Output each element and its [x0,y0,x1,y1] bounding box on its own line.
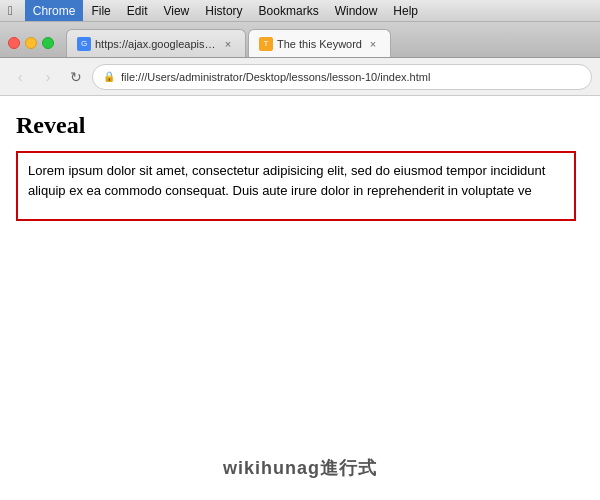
watermark: wikihunag進行式 [0,456,600,480]
menu-bar:  Chrome File Edit View History Bookmark… [0,0,600,22]
tab-2-title: The this Keyword [277,38,362,50]
menu-item-file[interactable]: File [83,0,118,21]
tab-1-close-button[interactable]: × [221,37,235,51]
menu-item-view[interactable]: View [155,0,197,21]
page-content: Reveal Lorem ipsum dolor sit amet, conse… [0,96,600,500]
address-bar[interactable]: 🔒 file:///Users/administrator/Desktop/le… [92,64,592,90]
refresh-icon: ↻ [70,69,82,85]
menu-item-help[interactable]: Help [385,0,426,21]
navigation-bar: ‹ › ↻ 🔒 file:///Users/administrator/Desk… [0,58,600,96]
tab-1-favicon: G [77,37,91,51]
tab-1-title: https://ajax.googleapis.com [95,38,217,50]
forward-button[interactable]: › [36,65,60,89]
apple-logo-icon:  [8,3,13,18]
menu-item-bookmarks[interactable]: Bookmarks [251,0,327,21]
tab-1[interactable]: G https://ajax.googleapis.com × [66,29,246,57]
window-minimize-button[interactable] [25,37,37,49]
tab-2[interactable]: T The this Keyword × [248,29,391,57]
menu-item-edit[interactable]: Edit [119,0,156,21]
tab-2-favicon: T [259,37,273,51]
body-text: Lorem ipsum dolor sit amet, consectetur … [28,161,564,200]
forward-icon: › [46,69,51,85]
content-box: Lorem ipsum dolor sit amet, consectetur … [16,151,576,221]
tab-2-close-button[interactable]: × [366,37,380,51]
tab-bar: G https://ajax.googleapis.com × T The th… [0,22,600,58]
refresh-button[interactable]: ↻ [64,65,88,89]
address-lock-icon: 🔒 [103,71,115,82]
menu-item-chrome[interactable]: Chrome [25,0,84,21]
back-button[interactable]: ‹ [8,65,32,89]
page-title: Reveal [16,112,584,139]
address-text: file:///Users/administrator/Desktop/less… [121,71,581,83]
menu-item-window[interactable]: Window [327,0,386,21]
window-maximize-button[interactable] [42,37,54,49]
window-close-button[interactable] [8,37,20,49]
menu-item-history[interactable]: History [197,0,250,21]
window-controls [8,37,54,57]
back-icon: ‹ [18,69,23,85]
